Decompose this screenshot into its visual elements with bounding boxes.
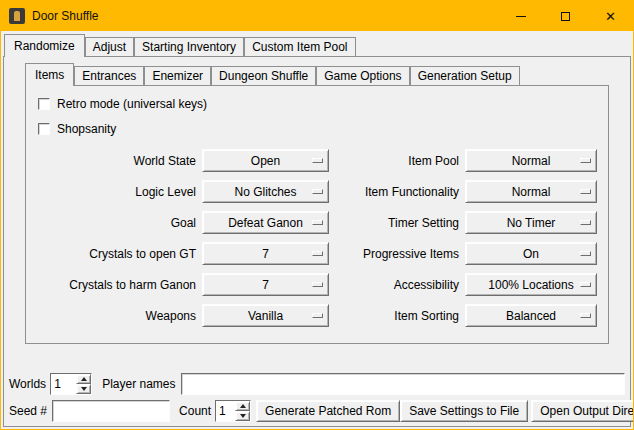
maximize-icon — [561, 12, 570, 21]
count-spin-up-button[interactable] — [235, 401, 250, 411]
tab-entrances[interactable]: Entrances — [74, 66, 144, 85]
generate-row: Seed # Count Generate Patched Rom Save S… — [9, 400, 625, 422]
dropdown-indicator-icon — [580, 282, 591, 287]
tab-generation-setup[interactable]: Generation Setup — [410, 66, 520, 85]
goal-value: Defeat Ganon — [228, 216, 303, 230]
seed-label: Seed # — [9, 404, 47, 418]
goal-label: Goal — [36, 211, 196, 234]
item-sorting-label: Item Sorting — [335, 304, 459, 327]
worlds-label: Worlds — [9, 377, 46, 391]
spin-down-icon — [240, 414, 246, 418]
save-settings-button[interactable]: Save Settings to File — [400, 400, 528, 422]
worlds-spin-up-button[interactable] — [76, 374, 91, 384]
crystals-harm-ganon-dropdown[interactable]: 7 — [202, 273, 329, 296]
dropdown-indicator-icon — [312, 282, 323, 287]
retro-mode-checkbox[interactable]: Retro mode (universal keys) — [38, 94, 604, 114]
logic-level-label: Logic Level — [36, 180, 196, 203]
spin-down-icon — [81, 387, 87, 391]
weapons-dropdown[interactable]: Vanilla — [202, 304, 329, 327]
logic-level-value: No Glitches — [234, 185, 296, 199]
item-pool-dropdown[interactable]: Normal — [465, 149, 597, 172]
tab-custom-item-pool[interactable]: Custom Item Pool — [244, 37, 355, 56]
generate-patched-rom-button[interactable]: Generate Patched Rom — [256, 400, 400, 422]
worlds-spin-buttons — [76, 374, 91, 394]
shopsanity-label: Shopsanity — [57, 122, 116, 136]
crystals-open-gt-label: Crystals to open GT — [36, 242, 196, 265]
tab-items[interactable]: Items — [25, 63, 74, 86]
count-spinbox — [215, 400, 251, 422]
timer-setting-label: Timer Setting — [335, 211, 459, 234]
dropdown-indicator-icon — [580, 158, 591, 163]
dropdown-indicator-icon — [312, 158, 323, 163]
player-names-input[interactable] — [181, 373, 626, 395]
item-functionality-label: Item Functionality — [335, 180, 459, 203]
seed-input[interactable] — [52, 400, 170, 422]
multiworld-row: Worlds Player names — [9, 373, 625, 395]
checkbox-group: Retro mode (universal keys) Shopsanity — [36, 92, 604, 139]
progressive-items-value: On — [523, 247, 539, 261]
timer-setting-value: No Timer — [507, 216, 556, 230]
bottom-bar: Worlds Player names Seed # Count — [9, 373, 625, 422]
app-icon — [9, 8, 25, 24]
spin-up-icon — [240, 404, 246, 408]
weapons-label: Weapons — [36, 304, 196, 327]
door-shuffle-window: Door Shuffle ✕ Randomize Adjust Starting… — [0, 0, 634, 430]
dropdown-indicator-icon — [312, 189, 323, 194]
settings-grid: World State Open Item Pool Normal Logic … — [36, 149, 604, 327]
accessibility-label: Accessibility — [335, 273, 459, 296]
world-state-dropdown[interactable]: Open — [202, 149, 329, 172]
close-icon: ✕ — [605, 10, 616, 23]
tab-starting-inventory[interactable]: Starting Inventory — [134, 37, 244, 56]
tab-game-options[interactable]: Game Options — [316, 66, 409, 85]
crystals-harm-ganon-label: Crystals to harm Ganon — [36, 273, 196, 296]
tab-randomize[interactable]: Randomize — [4, 34, 85, 57]
dropdown-indicator-icon — [580, 251, 591, 256]
inner-tab-bar: Items Entrances Enemizer Dungeon Shuffle… — [25, 62, 630, 85]
tab-enemizer[interactable]: Enemizer — [144, 66, 211, 85]
close-button[interactable]: ✕ — [588, 1, 633, 31]
count-spin-buttons — [235, 401, 250, 421]
accessibility-dropdown[interactable]: 100% Locations — [465, 273, 597, 296]
outer-tab-bar: Randomize Adjust Starting Inventory Cust… — [1, 32, 633, 56]
logic-level-dropdown[interactable]: No Glitches — [202, 180, 329, 203]
item-pool-value: Normal — [512, 154, 551, 168]
item-sorting-dropdown[interactable]: Balanced — [465, 304, 597, 327]
tab-dungeon-shuffle[interactable]: Dungeon Shuffle — [211, 66, 316, 85]
worlds-spin-down-button[interactable] — [76, 384, 91, 394]
goal-dropdown[interactable]: Defeat Ganon — [202, 211, 329, 234]
dropdown-indicator-icon — [312, 251, 323, 256]
dropdown-indicator-icon — [312, 313, 323, 318]
worlds-spinbox — [50, 373, 92, 395]
world-state-value: Open — [251, 154, 280, 168]
count-input[interactable] — [216, 401, 235, 421]
maximize-button[interactable] — [543, 1, 588, 31]
accessibility-value: 100% Locations — [488, 278, 573, 292]
weapons-value: Vanilla — [248, 309, 283, 323]
open-output-directory-button[interactable]: Open Output Directory — [531, 400, 634, 422]
progressive-items-dropdown[interactable]: On — [465, 242, 597, 265]
timer-setting-dropdown[interactable]: No Timer — [465, 211, 597, 234]
dropdown-indicator-icon — [312, 220, 323, 225]
count-spin-down-button[interactable] — [235, 411, 250, 421]
randomize-tab-pane: Items Entrances Enemizer Dungeon Shuffle… — [3, 56, 631, 427]
dropdown-indicator-icon — [580, 220, 591, 225]
worlds-input[interactable] — [51, 374, 76, 394]
crystals-open-gt-dropdown[interactable]: 7 — [202, 242, 329, 265]
tab-adjust[interactable]: Adjust — [85, 37, 134, 56]
dropdown-indicator-icon — [580, 189, 591, 194]
item-sorting-value: Balanced — [506, 309, 556, 323]
shopsanity-checkbox[interactable]: Shopsanity — [38, 119, 604, 139]
title-bar: Door Shuffle ✕ — [1, 1, 633, 31]
items-tab-pane: Retro mode (universal keys) Shopsanity W… — [25, 85, 609, 344]
item-functionality-dropdown[interactable]: Normal — [465, 180, 597, 203]
player-names-label: Player names — [102, 377, 175, 391]
spin-up-icon — [81, 377, 87, 381]
crystals-harm-ganon-value: 7 — [262, 278, 269, 292]
item-pool-label: Item Pool — [335, 149, 459, 172]
checkbox-box-icon — [38, 123, 50, 135]
count-label: Count — [179, 404, 211, 418]
window-title: Door Shuffle — [32, 9, 99, 23]
minimize-icon — [516, 16, 526, 17]
retro-mode-label: Retro mode (universal keys) — [57, 97, 207, 111]
minimize-button[interactable] — [498, 1, 543, 31]
